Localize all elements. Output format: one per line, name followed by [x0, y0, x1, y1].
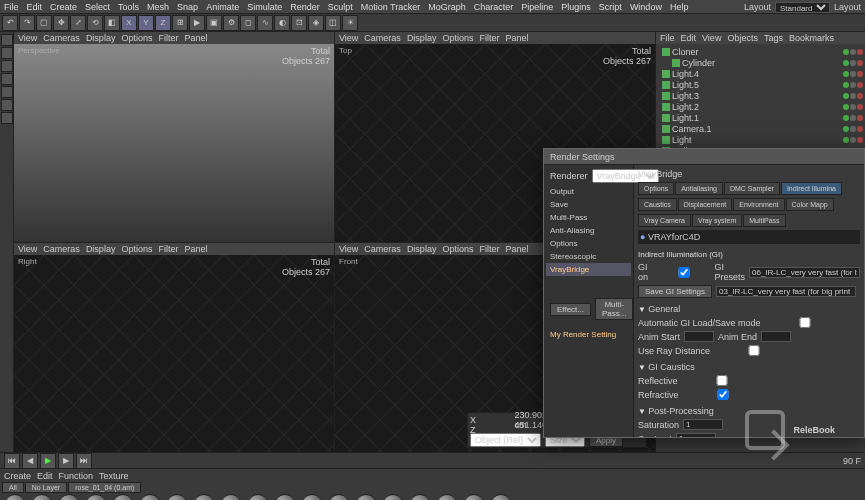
coord-icon[interactable]: ⊞ — [172, 15, 188, 31]
tree-item[interactable]: Cylinder — [658, 57, 863, 68]
object-mode-icon[interactable] — [1, 47, 13, 59]
material-item[interactable]: VrayAdv — [299, 494, 325, 500]
menu-motiontracker[interactable]: Motion Tracker — [361, 2, 421, 12]
mat-tab-rose[interactable]: rose_01_04 (0.am) — [68, 482, 141, 493]
mat-edit[interactable]: Edit — [37, 471, 53, 481]
material-grid[interactable]: VrayAdvBK_lightVrayAdvVrayAdvVrayAdvVray… — [2, 494, 863, 500]
reflective-checkbox[interactable] — [682, 375, 762, 386]
menu-tools[interactable]: Tools — [118, 2, 139, 12]
mat-tab-all[interactable]: All — [2, 482, 24, 493]
refractive-checkbox[interactable] — [683, 389, 763, 400]
tab-multipass[interactable]: MultiPass — [743, 214, 785, 227]
material-item[interactable]: VrayAdv — [245, 494, 271, 500]
menu-mograph[interactable]: MoGraph — [428, 2, 466, 12]
menu-script[interactable]: Script — [599, 2, 622, 12]
undo-icon[interactable]: ↶ — [2, 15, 18, 31]
rs-aa[interactable]: Anti-Aliasing — [546, 224, 631, 237]
prev-frame-icon[interactable]: ◀ — [22, 453, 38, 469]
om-objects[interactable]: Objects — [727, 33, 758, 43]
model-mode-icon[interactable] — [1, 34, 13, 46]
tab-antialiasing[interactable]: Antialiasing — [675, 182, 723, 195]
render-settings-dialog[interactable]: Render Settings Renderer VrayBridge Outp… — [543, 148, 865, 438]
material-item[interactable]: VrayAdv — [110, 494, 136, 500]
vp-menu-filter[interactable]: Filter — [158, 33, 178, 43]
tab-dmc[interactable]: DMC Sampler — [724, 182, 780, 195]
om-tags[interactable]: Tags — [764, 33, 783, 43]
material-item[interactable]: VrayAdv — [326, 494, 352, 500]
viewport-perspective[interactable]: View Cameras Display Options Filter Pane… — [14, 32, 334, 242]
axis-y-icon[interactable]: Y — [138, 15, 154, 31]
menu-simulate[interactable]: Simulate — [247, 2, 282, 12]
gi-on-checkbox[interactable] — [657, 267, 711, 278]
menu-pipeline[interactable]: Pipeline — [521, 2, 553, 12]
material-item[interactable]: VrayAdv — [218, 494, 244, 500]
next-frame-icon[interactable]: ▶ — [58, 453, 74, 469]
menu-help[interactable]: Help — [670, 2, 689, 12]
anim-end-input[interactable] — [761, 331, 791, 342]
saturation-input[interactable] — [683, 419, 723, 430]
material-item[interactable]: BK_total — [353, 494, 379, 500]
menu-create[interactable]: Create — [50, 2, 77, 12]
tree-item[interactable]: Light.1 — [658, 112, 863, 123]
rs-vraybridge[interactable]: VrayBridge — [546, 263, 631, 276]
menu-snap[interactable]: Snap — [177, 2, 198, 12]
axis-z-icon[interactable]: Z — [155, 15, 171, 31]
play-icon[interactable]: ▶ — [40, 453, 56, 469]
layout-extra[interactable]: Layout — [834, 2, 861, 12]
select-icon[interactable]: ▢ — [36, 15, 52, 31]
vp-menu-panel[interactable]: Panel — [184, 33, 207, 43]
material-item[interactable]: VrayAdv — [137, 494, 163, 500]
auto-gi-checkbox[interactable] — [765, 317, 845, 328]
tab-vraysystem[interactable]: Vray system — [692, 214, 742, 227]
gi-preset-input[interactable] — [749, 267, 860, 278]
tree-item[interactable]: Light.5 — [658, 79, 863, 90]
tab-vraycamera[interactable]: Vray Camera — [638, 214, 691, 227]
anim-start-input[interactable] — [684, 331, 714, 342]
menu-plugins[interactable]: Plugins — [561, 2, 591, 12]
om-view[interactable]: View — [702, 33, 721, 43]
camera-icon[interactable]: ◫ — [325, 15, 341, 31]
menu-mesh[interactable]: Mesh — [147, 2, 169, 12]
my-render-setting[interactable]: My Render Setting — [546, 328, 631, 341]
menu-window[interactable]: Window — [630, 2, 662, 12]
rs-stereo[interactable]: Stereoscopic — [546, 250, 631, 263]
move-icon[interactable]: ✥ — [53, 15, 69, 31]
save-gi-button[interactable]: Save GI Settings — [638, 285, 712, 298]
material-item[interactable]: VrayAdv — [2, 494, 28, 500]
tab-options[interactable]: Options — [638, 182, 674, 195]
goto-start-icon[interactable]: ⏮ — [4, 453, 20, 469]
material-item[interactable]: VrayAdv — [56, 494, 82, 500]
om-bookmarks[interactable]: Bookmarks — [789, 33, 834, 43]
effect-button[interactable]: Effect... — [550, 303, 591, 316]
tree-item[interactable]: Light — [658, 134, 863, 145]
tree-item[interactable]: Light.3 — [658, 90, 863, 101]
axis-x-icon[interactable]: X — [121, 15, 137, 31]
mat-texture[interactable]: Texture — [99, 471, 129, 481]
tab-environment[interactable]: Environment — [733, 198, 784, 211]
vp-menu-display[interactable]: Display — [86, 33, 116, 43]
tree-item[interactable]: Light.2 — [658, 101, 863, 112]
material-item[interactable]: BK_light — [29, 494, 55, 500]
viewport-right[interactable]: ViewCamerasDisplayOptionsFilterPanel Rig… — [14, 243, 334, 453]
rendersettings-icon[interactable]: ⚙ — [223, 15, 239, 31]
renderregion-icon[interactable]: ▣ — [206, 15, 222, 31]
multipass-button[interactable]: Multi-Pass... — [595, 298, 633, 320]
raydist-checkbox[interactable] — [714, 345, 794, 356]
redo-icon[interactable]: ↷ — [19, 15, 35, 31]
tab-colormap[interactable]: Color Mapp — [786, 198, 834, 211]
tool-icon[interactable]: ◧ — [104, 15, 120, 31]
material-item[interactable]: VrayAdv — [164, 494, 190, 500]
poly-mode-icon[interactable] — [1, 86, 13, 98]
mat-create[interactable]: Create — [4, 471, 31, 481]
render-icon[interactable]: ▶ — [189, 15, 205, 31]
om-edit[interactable]: Edit — [681, 33, 697, 43]
array-icon[interactable]: ⊡ — [291, 15, 307, 31]
om-file[interactable]: File — [660, 33, 675, 43]
rotate-icon[interactable]: ⟲ — [87, 15, 103, 31]
goto-end-icon[interactable]: ⏭ — [76, 453, 92, 469]
tab-displacement[interactable]: Displacement — [678, 198, 732, 211]
menu-select[interactable]: Select — [85, 2, 110, 12]
tab-caustics[interactable]: Caustics — [638, 198, 677, 211]
material-item[interactable]: BK_glass — [461, 494, 487, 500]
texture-mode-icon[interactable] — [1, 99, 13, 111]
